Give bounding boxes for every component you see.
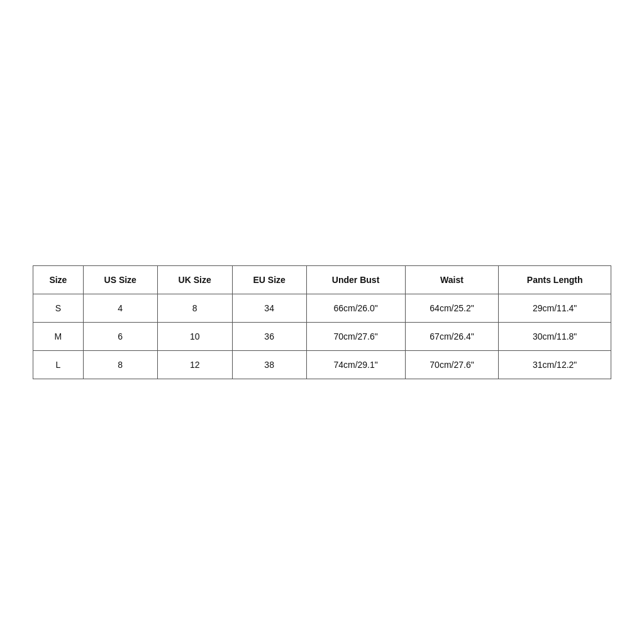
cell-under-bust-s: 66cm/26.0" xyxy=(306,294,405,322)
size-chart-table: Size US Size UK Size EU Size Under Bust … xyxy=(33,265,611,379)
cell-uk-size-l: 12 xyxy=(157,350,232,379)
cell-us-size-s: 4 xyxy=(83,294,157,322)
cell-size-m: M xyxy=(33,322,84,350)
cell-us-size-m: 6 xyxy=(83,322,157,350)
size-chart-container: Size US Size UK Size EU Size Under Bust … xyxy=(33,265,611,379)
cell-uk-size-m: 10 xyxy=(157,322,232,350)
cell-waist-l: 70cm/27.6" xyxy=(405,350,499,379)
table-row: S 4 8 34 66cm/26.0" 64cm/25.2" 29cm/11.4… xyxy=(33,294,611,322)
cell-under-bust-m: 70cm/27.6" xyxy=(306,322,405,350)
header-size: Size xyxy=(33,265,84,294)
header-pants-length: Pants Length xyxy=(499,265,611,294)
cell-pants-length-m: 30cm/11.8" xyxy=(499,322,611,350)
table-row: M 6 10 36 70cm/27.6" 67cm/26.4" 30cm/11.… xyxy=(33,322,611,350)
cell-waist-m: 67cm/26.4" xyxy=(405,322,499,350)
header-eu-size: EU Size xyxy=(232,265,306,294)
cell-us-size-l: 8 xyxy=(83,350,157,379)
cell-pants-length-s: 29cm/11.4" xyxy=(499,294,611,322)
cell-pants-length-l: 31cm/12.2" xyxy=(499,350,611,379)
cell-eu-size-m: 36 xyxy=(232,322,306,350)
cell-size-l: L xyxy=(33,350,84,379)
cell-eu-size-s: 34 xyxy=(232,294,306,322)
table-header-row: Size US Size UK Size EU Size Under Bust … xyxy=(33,265,611,294)
cell-size-s: S xyxy=(33,294,84,322)
header-us-size: US Size xyxy=(83,265,157,294)
header-waist: Waist xyxy=(405,265,499,294)
cell-uk-size-s: 8 xyxy=(157,294,232,322)
cell-waist-s: 64cm/25.2" xyxy=(405,294,499,322)
cell-under-bust-l: 74cm/29.1" xyxy=(306,350,405,379)
table-row: L 8 12 38 74cm/29.1" 70cm/27.6" 31cm/12.… xyxy=(33,350,611,379)
header-uk-size: UK Size xyxy=(157,265,232,294)
cell-eu-size-l: 38 xyxy=(232,350,306,379)
header-under-bust: Under Bust xyxy=(306,265,405,294)
